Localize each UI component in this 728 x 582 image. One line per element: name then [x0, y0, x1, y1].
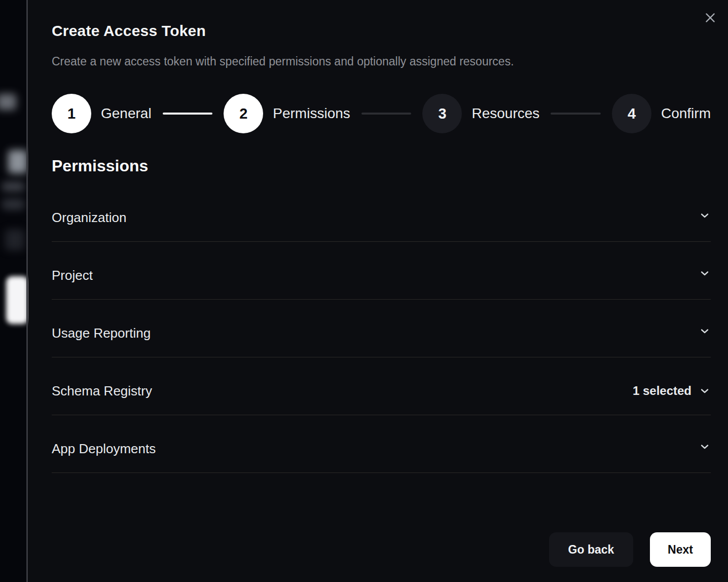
accordion-item-app-deployments[interactable]: App Deployments [52, 415, 711, 473]
modal-subtitle: Create a new access token with specified… [52, 55, 711, 68]
accordion-item-label: Organization [52, 209, 126, 226]
accordion-item-label: App Deployments [52, 441, 156, 457]
step-number-circle: 4 [612, 94, 651, 133]
selected-count-badge: 1 selected [633, 383, 691, 399]
modal-title: Create Access Token [52, 0, 711, 40]
chevron-down-icon [699, 267, 711, 279]
step-confirm[interactable]: 4 Confirm [612, 94, 711, 133]
accordion-item-label: Project [52, 267, 93, 283]
background-blur-text [8, 150, 27, 173]
stepper: 1 General 2 Permissions 3 Resources 4 Co… [52, 94, 711, 133]
background-blur-text [2, 181, 24, 192]
background-blur-text [0, 94, 16, 110]
chevron-down-icon [699, 325, 711, 337]
accordion-item-schema-registry[interactable]: Schema Registry 1 selected [52, 357, 711, 415]
step-connector [163, 113, 213, 115]
accordion-item-organization[interactable]: Organization [52, 184, 711, 242]
chevron-down-icon [699, 209, 711, 222]
accordion-item-label: Usage Reporting [52, 325, 151, 341]
step-connector [361, 113, 412, 115]
accordion-item-usage-reporting[interactable]: Usage Reporting [52, 300, 711, 357]
step-label: General [101, 105, 152, 122]
step-general[interactable]: 1 General [52, 94, 152, 133]
step-permissions[interactable]: 2 Permissions [224, 94, 350, 133]
create-access-token-modal: Create Access Token Create a new access … [28, 0, 728, 582]
chevron-down-icon [699, 441, 711, 453]
background-blur-button [6, 276, 28, 324]
page-modal-divider [26, 0, 28, 582]
step-label: Confirm [661, 105, 711, 122]
step-label: Resources [471, 105, 539, 122]
step-number-circle: 1 [52, 94, 91, 133]
chevron-down-icon [699, 385, 711, 397]
permissions-accordion: Organization Project Usage Reporting [52, 184, 711, 473]
step-label: Permissions [273, 105, 350, 122]
step-number-circle: 3 [422, 94, 462, 133]
accordion-item-label: Schema Registry [52, 383, 152, 399]
next-button[interactable]: Next [650, 532, 711, 567]
step-connector [551, 113, 601, 115]
permissions-heading: Permissions [52, 157, 711, 175]
modal-footer: Go back Next [549, 532, 711, 567]
step-resources[interactable]: 3 Resources [422, 94, 539, 133]
background-blur-icon [5, 229, 24, 250]
go-back-button[interactable]: Go back [549, 532, 633, 567]
background-page [0, 0, 28, 582]
background-blur-text [2, 199, 24, 210]
step-number-circle: 2 [224, 94, 263, 133]
close-icon[interactable] [703, 10, 718, 25]
accordion-item-project[interactable]: Project [52, 242, 711, 300]
